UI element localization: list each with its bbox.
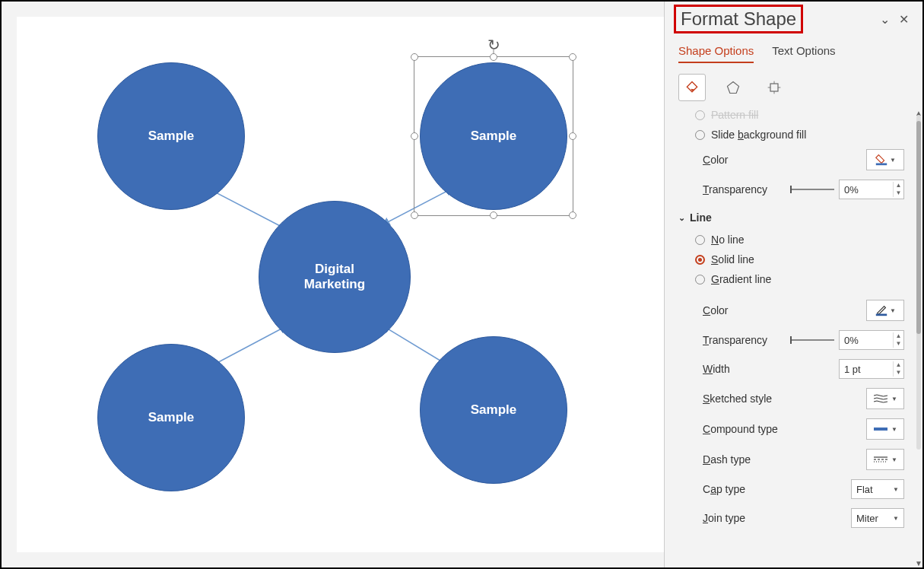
spin-down-icon[interactable]: ▼ — [894, 340, 903, 348]
shape-circle-center[interactable]: Digital Marketing — [259, 201, 411, 353]
svg-marker-4 — [728, 82, 739, 94]
line-transparency-slider[interactable] — [790, 339, 834, 341]
chevron-down-icon: ▼ — [891, 426, 897, 433]
radio-icon — [695, 235, 705, 245]
panel-title: Format Shape — [676, 7, 801, 31]
svg-rect-5 — [770, 84, 778, 91]
dash-type-dropdown[interactable]: ▼ — [866, 449, 904, 470]
transparency-spinner[interactable]: 0% ▲▼ — [839, 180, 904, 199]
line-gradient-option[interactable]: Gradient line — [675, 269, 904, 289]
compound-type-dropdown[interactable]: ▼ — [866, 418, 904, 440]
fill-color-row: Color ▼ — [675, 145, 904, 175]
prop-label: Join type — [703, 512, 745, 524]
spin-up-icon[interactable]: ▲ — [894, 332, 903, 340]
slide-canvas[interactable]: Sample Sample Digital Marketing Sample S… — [17, 17, 664, 552]
svg-line-2 — [210, 327, 284, 367]
panel-header: Format Shape ⌄ ✕ — [665, 2, 922, 33]
slide-canvas-area[interactable]: Sample Sample Digital Marketing Sample S… — [17, 17, 664, 552]
selection-box[interactable]: ↻ — [414, 56, 573, 216]
prop-label: Transparency — [703, 334, 767, 346]
panel-collapse-icon[interactable]: ⌄ — [875, 12, 894, 27]
section-title: Line — [690, 211, 712, 224]
shape-label: Sample — [148, 410, 194, 425]
line-none-option[interactable]: No line — [675, 230, 904, 250]
spin-up-icon[interactable]: ▲ — [894, 361, 903, 369]
cap-type-dropdown[interactable]: Flat ▼ — [851, 479, 904, 499]
chevron-down-icon: ▼ — [890, 307, 896, 314]
line-transparency-row: Transparency 0% ▲▼ — [675, 326, 904, 354]
spin-up-icon[interactable]: ▲ — [894, 182, 903, 189]
join-type-dropdown[interactable]: Miter ▼ — [851, 508, 904, 528]
app-window: Sample Sample Digital Marketing Sample S… — [0, 0, 924, 569]
prop-label: Color — [703, 304, 728, 316]
radio-icon — [695, 130, 705, 140]
line-transparency-spinner[interactable]: 0% ▲▼ — [839, 330, 904, 350]
size-category-icon[interactable] — [760, 74, 788, 101]
compound-type-row: Compound type ▼ — [675, 414, 904, 444]
prop-label: Width — [703, 363, 730, 375]
radio-icon — [695, 275, 705, 284]
line-section-header[interactable]: ⌄ Line — [675, 204, 904, 230]
svg-line-0 — [210, 189, 284, 228]
scroll-down-arrow-icon[interactable]: ▼ — [915, 559, 922, 567]
fill-line-category-icon[interactable] — [678, 74, 706, 101]
line-width-spinner[interactable]: 1 pt ▲▼ — [839, 359, 904, 379]
dropdown-value: Miter — [856, 513, 878, 524]
svg-rect-11 — [876, 314, 887, 316]
shape-label: Sample — [471, 402, 516, 418]
shape-circle-top-left[interactable]: Sample — [97, 62, 245, 210]
selection-handle[interactable] — [411, 211, 418, 219]
line-color-row: Color ▼ — [675, 295, 904, 326]
format-shape-panel: Format Shape ⌄ ✕ Shape Options Text Opti… — [664, 2, 922, 567]
shape-circle-bottom-left[interactable]: Sample — [97, 344, 245, 491]
option-label: Solid line — [711, 253, 754, 265]
sketched-style-row: Sketched style ▼ — [675, 383, 904, 414]
shape-label: Sample — [148, 129, 194, 144]
fill-pattern-option[interactable]: Pattern fill — [675, 109, 904, 125]
cap-type-row: Cap type Flat ▼ — [675, 475, 904, 504]
panel-scrollbar-thumb[interactable] — [916, 121, 921, 334]
line-solid-option[interactable]: Solid line — [675, 250, 904, 269]
selection-handle[interactable] — [569, 132, 576, 140]
spin-value: 0% — [840, 184, 893, 195]
panel-title-highlight: Format Shape — [674, 5, 803, 33]
selection-handle[interactable] — [411, 132, 418, 140]
option-label: Pattern fill — [711, 109, 758, 121]
line-width-row: Width 1 pt ▲▼ — [675, 354, 904, 383]
panel-tabs: Shape Options Text Options — [665, 33, 922, 63]
chevron-down-icon: ⌄ — [678, 213, 685, 223]
shape-circle-bottom-right[interactable]: Sample — [420, 336, 567, 484]
spin-value: 0% — [840, 335, 893, 346]
prop-label: Cap type — [703, 483, 745, 495]
tab-shape-options[interactable]: Shape Options — [678, 44, 754, 63]
chevron-down-icon: ▼ — [891, 396, 897, 402]
selection-handle[interactable] — [569, 211, 576, 219]
fill-slide-bg-option[interactable]: Slide background fill — [675, 125, 904, 145]
panel-scroll-area[interactable]: ▲ Pattern fill Slide background fill Col… — [665, 109, 922, 567]
category-icons — [665, 63, 922, 109]
panel-scrollbar-track[interactable] — [916, 115, 921, 450]
tab-text-options[interactable]: Text Options — [772, 44, 835, 63]
selection-handle[interactable] — [569, 53, 576, 61]
selection-handle[interactable] — [490, 211, 497, 219]
spin-down-icon[interactable]: ▼ — [894, 189, 903, 197]
shape-label: Digital Marketing — [304, 262, 365, 292]
line-color-button[interactable]: ▼ — [866, 300, 904, 321]
prop-label: Sketched style — [703, 393, 772, 405]
selection-handle[interactable] — [411, 53, 418, 61]
radio-selected-icon — [695, 255, 705, 265]
join-type-row: Join type Miter ▼ — [675, 504, 904, 532]
option-label: No line — [711, 234, 745, 246]
transparency-slider[interactable] — [790, 189, 834, 190]
panel-close-icon[interactable]: ✕ — [894, 12, 913, 27]
fill-color-button[interactable]: ▼ — [866, 149, 904, 170]
spin-down-icon[interactable]: ▼ — [894, 369, 903, 377]
chevron-down-icon: ▼ — [893, 515, 899, 522]
option-label: Slide background fill — [711, 129, 806, 141]
effects-category-icon[interactable] — [719, 74, 747, 101]
dropdown-value: Flat — [856, 484, 873, 495]
selection-handle[interactable] — [490, 53, 497, 61]
fill-transparency-row: Transparency 0% ▲▼ — [675, 175, 904, 204]
chevron-down-icon: ▼ — [893, 486, 899, 493]
sketched-style-dropdown[interactable]: ▼ — [866, 388, 904, 409]
